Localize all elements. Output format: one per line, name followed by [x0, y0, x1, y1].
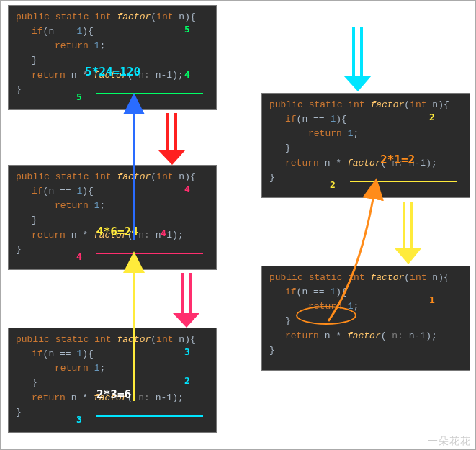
type-int: int	[94, 12, 111, 22]
anno-3-top: 3	[184, 346, 190, 357]
code-block-2: public static int factor(int n){ if(n ==…	[261, 93, 470, 198]
code-line: return 1;	[269, 127, 462, 141]
anno-4-top: 4	[184, 184, 190, 194]
code-line: return n * factor( n: n-1);	[269, 329, 462, 343]
calc-4: 4*6=24	[96, 225, 138, 238]
underline-5	[96, 93, 203, 94]
underline-2	[350, 181, 457, 182]
anno-2-bottom: 2	[330, 179, 336, 190]
code-line: return 1;	[16, 361, 209, 376]
kw-public: public	[16, 12, 50, 22]
underline-4	[96, 253, 203, 254]
code-line: public static int factor(int n){	[269, 98, 462, 112]
code-line: if(n == 1){	[16, 24, 209, 39]
code-line: }	[269, 343, 462, 358]
code-line: public static int factor(int n){	[16, 333, 209, 347]
svg-marker-3	[158, 150, 185, 165]
recursion-diagram: public static int factor(int n){ if(n ==…	[0, 0, 476, 450]
code-line: public static int factor(int n){	[16, 10, 209, 24]
fn-name: factor	[117, 12, 151, 22]
underline-3	[96, 415, 203, 417]
anno-3-bottom: 3	[76, 414, 82, 425]
svg-marker-7	[395, 248, 421, 264]
highlight-return-1	[296, 306, 356, 325]
calc-3: 2*3=6	[96, 387, 131, 401]
kw-static: static	[55, 12, 89, 22]
anno-5-bottom: 5	[76, 91, 82, 102]
anno-4-mid: 4	[161, 228, 166, 238]
code-block-5: public static int factor(int n){ if(n ==…	[8, 5, 217, 110]
anno-2-top: 2	[429, 112, 435, 122]
code-line: if(n == 1){	[16, 184, 209, 199]
code-line: }	[16, 405, 209, 420]
code-line: if(n == 1){	[16, 347, 209, 361]
calc-2: 2*1=2	[380, 153, 415, 166]
code-block-4: public static int factor(int n){ if(n ==…	[8, 165, 217, 270]
svg-marker-5	[173, 313, 199, 328]
anno-5-top: 5	[184, 24, 190, 35]
code-line: }	[269, 141, 462, 156]
code-line: public static int factor(int n){	[16, 170, 209, 184]
code-line: return n * factor( n: n-1);	[269, 156, 462, 171]
code-line: }	[269, 171, 462, 185]
anno-5-mid: 4	[184, 69, 190, 80]
svg-marker-1	[343, 76, 372, 91]
code-line: public static int factor(int n){	[269, 271, 462, 285]
watermark: 一朵花花	[428, 435, 471, 448]
code-line: }	[16, 243, 209, 257]
code-block-1: public static int factor(int n){ if(n ==…	[261, 266, 470, 371]
anno-4-bottom: 4	[76, 251, 82, 262]
code-line: return 1;	[16, 199, 209, 213]
calc-5: 5*24=120	[85, 65, 140, 78]
code-line: }	[16, 83, 209, 97]
code-line: return 1;	[16, 39, 209, 53]
anno-3-mid: 2	[184, 375, 190, 386]
anno-1-top: 1	[429, 294, 435, 305]
